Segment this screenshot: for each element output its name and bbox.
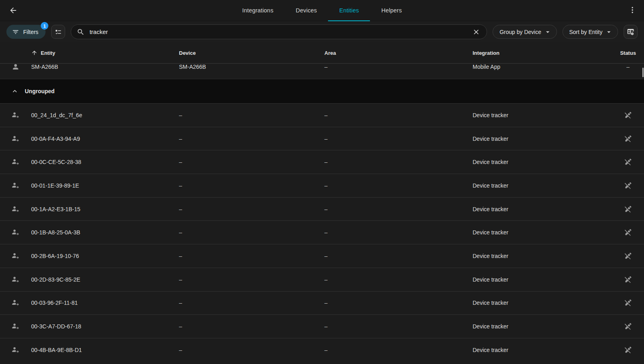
table-row[interactable]: 00_24_1d_dc_7f_6e – – Device tracker (0, 103, 644, 127)
column-header-integration[interactable]: Integration (473, 50, 612, 56)
cell-entity: 00-2B-6A-19-10-76 (31, 253, 179, 259)
cell-device: – (179, 159, 324, 165)
cell-status (612, 111, 644, 119)
pencil-off-icon (624, 276, 632, 284)
account-arrow-right-icon (12, 135, 20, 143)
pencil-off-icon (624, 299, 632, 307)
chevron-down-icon (605, 28, 613, 36)
table-row-partial[interactable]: SM-A266B SM-A266B – Mobile App – (0, 64, 644, 79)
cell-area: – (324, 276, 473, 283)
tab-integrations[interactable]: Integrations (231, 0, 284, 21)
cell-status (612, 205, 644, 213)
search-input[interactable] (89, 28, 467, 35)
account-arrow-right-icon (12, 111, 20, 119)
cell-device: – (179, 136, 324, 142)
cell-integration: Device tracker (473, 276, 612, 283)
cell-area: – (324, 300, 473, 306)
column-header-area[interactable]: Area (324, 50, 473, 56)
column-header-device[interactable]: Device (179, 50, 324, 56)
table-body: 00_24_1d_dc_7f_6e – – Device tracker (0, 103, 644, 362)
pencil-off-icon (624, 228, 632, 236)
cell-integration: Device tracker (473, 229, 612, 236)
filter-toolbar: Filters 1 (0, 21, 644, 42)
selection-mode-button[interactable] (51, 25, 65, 39)
cell-entity: 00-0A-F4-A3-94-A9 (31, 136, 179, 142)
pencil-off-icon (624, 158, 632, 166)
cell-device: – (179, 182, 324, 189)
filters-button[interactable]: Filters 1 (6, 25, 46, 39)
table-settings-button[interactable] (624, 25, 638, 39)
cell-integration: Device tracker (473, 206, 612, 212)
account-arrow-right-icon (12, 205, 20, 213)
cell-entity: 00-1B-A8-25-0A-3B (31, 229, 179, 236)
table-row[interactable]: 00-2B-6A-19-10-76 – – Device tracker (0, 244, 644, 268)
pencil-off-icon (624, 322, 632, 330)
group-header-ungrouped[interactable]: Ungrouped (0, 79, 644, 103)
filter-variant-icon (12, 28, 19, 36)
account-arrow-right-icon (12, 276, 20, 284)
pencil-off-icon (624, 252, 632, 260)
table-row[interactable]: 00-01-1E-39-89-1E – – Device tracker (0, 174, 644, 197)
table-row[interactable]: 00-1B-A8-25-0A-3B – – Device tracker (0, 220, 644, 244)
sort-by-label: Sort by Entity (569, 29, 602, 35)
filters-count-badge: 1 (41, 22, 48, 30)
cell-status (612, 182, 644, 190)
group-by-dropdown[interactable]: Group by Device (493, 25, 557, 39)
cell-integration: Device tracker (473, 182, 612, 189)
cell-status (612, 252, 644, 260)
cell-entity: 00_24_1d_dc_7f_6e (31, 112, 179, 118)
cell-status (612, 346, 644, 354)
cell-integration: Mobile App (473, 64, 612, 70)
close-icon (472, 28, 480, 36)
kebab-menu-icon (628, 6, 637, 14)
table-row[interactable]: 00-0A-F4-A3-94-A9 – – Device tracker (0, 127, 644, 150)
cell-device: – (179, 347, 324, 353)
sort-by-dropdown[interactable]: Sort by Entity (563, 25, 618, 39)
account-arrow-right-icon (12, 228, 20, 236)
cell-integration: Device tracker (473, 112, 612, 118)
pencil-off-icon (624, 182, 632, 190)
cell-area: – (324, 229, 473, 236)
cell-area: – (324, 253, 473, 259)
search-icon (77, 28, 85, 36)
account-icon (12, 64, 20, 71)
account-arrow-right-icon (12, 346, 20, 354)
account-arrow-right-icon (12, 182, 20, 190)
group-by-label: Group by Device (499, 29, 541, 35)
cell-integration: Device tracker (473, 300, 612, 306)
tab-entities[interactable]: Entities (328, 0, 370, 21)
cell-integration: Device tracker (473, 136, 612, 142)
account-arrow-right-icon (12, 252, 20, 260)
search-field (71, 24, 487, 39)
cell-area: – (324, 64, 473, 70)
cell-device: – (179, 206, 324, 212)
table-header: Entity Device Area Integration Status (0, 42, 644, 64)
pencil-off-icon (624, 346, 632, 354)
tab-helpers[interactable]: Helpers (370, 0, 413, 21)
vertical-scrollbar-thumb[interactable] (642, 68, 644, 77)
chevron-down-icon (544, 28, 552, 36)
cell-status (612, 135, 644, 143)
cell-device: – (179, 300, 324, 306)
cell-integration: Device tracker (473, 323, 612, 330)
cell-entity: 00-03-96-2F-11-81 (31, 300, 179, 306)
table-row[interactable]: 00-0C-CE-5C-28-38 – – Device tracker (0, 150, 644, 174)
cell-status (612, 276, 644, 284)
chevron-up-icon (11, 87, 19, 95)
table-row[interactable]: 00-3C-A7-DD-67-18 – – Device tracker (0, 314, 644, 338)
table-row[interactable]: 00-2D-83-9C-85-2E – – Device tracker (0, 268, 644, 291)
column-header-entity[interactable]: Entity (31, 50, 179, 56)
cell-device: – (179, 112, 324, 118)
table-row[interactable]: 00-03-96-2F-11-81 – – Device tracker (0, 291, 644, 315)
cell-entity: 00-01-1E-39-89-1E (31, 182, 179, 189)
tab-devices[interactable]: Devices (284, 0, 328, 21)
list-checks-icon (55, 28, 62, 36)
cell-device: – (179, 253, 324, 259)
table-row[interactable]: 00-4B-BA-9E-8B-D1 – – Device tracker (0, 338, 644, 362)
cell-device: SM-A266B (179, 64, 324, 70)
column-header-status[interactable]: Status (612, 50, 644, 56)
table-row[interactable]: 00-1A-A2-E3-1B-15 – – Device tracker (0, 197, 644, 221)
overflow-menu-button[interactable] (626, 3, 639, 17)
clear-search-button[interactable] (471, 27, 481, 37)
app-bar: Integrations Devices Entities Helpers (0, 0, 644, 21)
